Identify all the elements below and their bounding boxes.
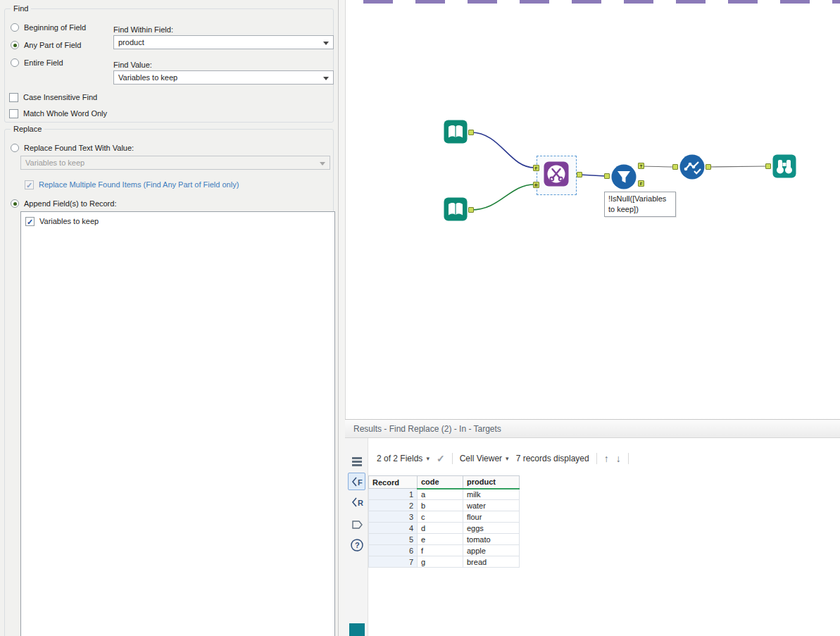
append-fields-listbox[interactable]: Variables to keep — [20, 211, 335, 636]
svg-text:?: ? — [355, 541, 360, 549]
radio-any-part-of-field[interactable]: Any Part of Field — [11, 40, 81, 50]
output-anchor[interactable] — [706, 164, 711, 170]
product-cell[interactable]: water — [463, 500, 520, 511]
output-anchor-t[interactable]: T — [638, 163, 644, 169]
find-replace-tool[interactable] — [544, 161, 569, 187]
find-value-combo[interactable]: Variables to keep — [113, 70, 334, 85]
radio-selected-icon — [11, 41, 19, 49]
radio-label: Any Part of Field — [24, 41, 81, 49]
cell-viewer-dropdown[interactable]: Cell Viewer ▾ — [460, 454, 509, 463]
record-number-cell[interactable]: 5 — [369, 534, 418, 545]
combo-value: Variables to keep — [25, 158, 84, 167]
code-cell[interactable]: a — [418, 489, 463, 500]
connection-findreplace-filter[interactable] — [579, 175, 606, 176]
output-anchor[interactable] — [468, 207, 474, 213]
panel-splitter[interactable] — [339, 0, 345, 636]
apply-check-icon[interactable]: ✓ — [437, 453, 445, 464]
output-anchor-f[interactable]: F — [638, 180, 644, 187]
record-number-cell[interactable]: 4 — [369, 523, 418, 534]
product-cell[interactable]: bread — [463, 556, 520, 568]
replace-value-combo[interactable]: Variables to keep — [20, 156, 330, 170]
input-anchor-r[interactable]: R — [533, 182, 539, 188]
code-cell[interactable]: e — [418, 534, 463, 545]
table-view-icon[interactable] — [348, 452, 365, 470]
help-icon[interactable]: ? — [348, 536, 365, 554]
radio-beginning-of-field[interactable]: Beginning of Field — [11, 23, 86, 32]
record-number-cell[interactable]: 6 — [369, 545, 418, 556]
results-title: Results - Find Replace (2) - In - Target… — [353, 424, 501, 434]
checkbox-label: Case Insensitive Find — [23, 93, 97, 101]
browse-tool[interactable] — [772, 154, 796, 178]
connection-filter-tool[interactable] — [641, 166, 674, 167]
radio-label: Append Field(s) to Record: — [24, 199, 116, 208]
find-within-field-combo[interactable]: product — [113, 35, 334, 49]
find-replace-icon — [544, 161, 569, 187]
connection-input1-findreplace[interactable] — [471, 132, 534, 168]
code-cell[interactable]: f — [418, 545, 463, 556]
match-whole-word-checkbox[interactable]: Match Whole Word Only — [9, 108, 107, 118]
records-view-icon[interactable]: R — [348, 493, 365, 511]
code-cell[interactable]: d — [418, 523, 463, 534]
input-data-tool-1[interactable] — [444, 120, 468, 144]
replace-group-title: Replace — [11, 125, 44, 133]
product-cell[interactable]: flour — [463, 511, 520, 523]
prev-record-button[interactable]: ↑ — [604, 453, 609, 464]
results-header: Results - Find Replace (2) - In - Target… — [345, 420, 840, 438]
question-icon: ? — [350, 538, 364, 552]
column-header-code[interactable]: code — [418, 476, 463, 489]
product-cell[interactable]: milk — [463, 489, 520, 500]
product-cell[interactable]: eggs — [463, 523, 520, 534]
checkbox-label: Replace Multiple Found Items (Find Any P… — [39, 180, 239, 189]
replace-group: Replace Replace Found Text With Value: V… — [4, 129, 334, 636]
rows-icon — [351, 455, 363, 468]
column-header-product[interactable]: product — [463, 476, 520, 489]
input-data-icon — [444, 197, 468, 221]
case-insensitive-checkbox[interactable]: Case Insensitive Find — [9, 92, 97, 102]
table-row: 5 e tomato — [369, 534, 520, 545]
replace-multiple-checkbox[interactable]: Replace Multiple Found Items (Find Any P… — [25, 180, 239, 189]
column-header-record[interactable]: Record — [369, 476, 418, 489]
record-number-cell[interactable]: 3 — [369, 511, 418, 523]
connection-input2-findreplace[interactable] — [471, 185, 534, 210]
record-number-cell[interactable]: 2 — [369, 500, 418, 511]
grid-header-row: Record code product — [369, 476, 520, 489]
listbox-item-variables-to-keep[interactable]: Variables to keep — [25, 216, 99, 226]
product-cell[interactable]: apple — [463, 545, 520, 556]
results-icon-strip: F R ? — [345, 438, 368, 636]
input-anchor[interactable] — [604, 173, 610, 179]
product-cell[interactable]: tomato — [463, 534, 520, 545]
connection-tool-browse[interactable] — [708, 166, 767, 167]
record-number-cell[interactable]: 1 — [369, 489, 418, 500]
code-cell[interactable]: g — [418, 556, 463, 568]
radio-entire-field[interactable]: Entire Field — [11, 58, 63, 68]
filter-annotation[interactable]: !IsNull([Variables to keep]) — [604, 192, 676, 217]
radio-append-fields[interactable]: Append Field(s) to Record: — [11, 199, 116, 208]
find-group-title: Find — [11, 4, 31, 13]
fields-dropdown[interactable]: 2 of 2 Fields ▾ — [377, 454, 430, 463]
table-row: 7 g bread — [369, 556, 520, 568]
checkbox-label: Match Whole Word Only — [23, 109, 107, 118]
preparation-tool[interactable] — [679, 154, 705, 180]
radio-replace-found-text[interactable]: Replace Found Text With Value: — [11, 143, 134, 153]
checkbox-checked-icon — [25, 217, 35, 226]
workflow-canvas[interactable]: F R T F !IsNull([Variables to keep]) — [345, 0, 840, 419]
input-data-tool-2[interactable] — [444, 197, 468, 221]
binoculars-icon — [772, 154, 796, 178]
next-record-button[interactable]: ↓ — [616, 453, 621, 464]
code-cell[interactable]: c — [418, 511, 463, 523]
record-number-cell[interactable]: 7 — [369, 556, 418, 568]
find-value-label: Find Value: — [113, 61, 152, 69]
output-anchor[interactable] — [577, 172, 582, 177]
shape-view-icon[interactable] — [348, 516, 365, 533]
pentagon-icon — [351, 518, 363, 531]
table-row: 6 f apple — [369, 545, 520, 556]
input-anchor-f[interactable]: F — [533, 165, 539, 171]
toolbar-separator — [452, 453, 453, 464]
fields-view-icon[interactable]: F — [348, 473, 365, 490]
input-anchor[interactable] — [672, 164, 678, 170]
input-anchor[interactable] — [765, 163, 771, 169]
filter-tool[interactable] — [611, 164, 637, 189]
output-anchor[interactable] — [468, 130, 474, 135]
table-row: 3 c flour — [369, 511, 520, 523]
code-cell[interactable]: b — [418, 500, 463, 511]
